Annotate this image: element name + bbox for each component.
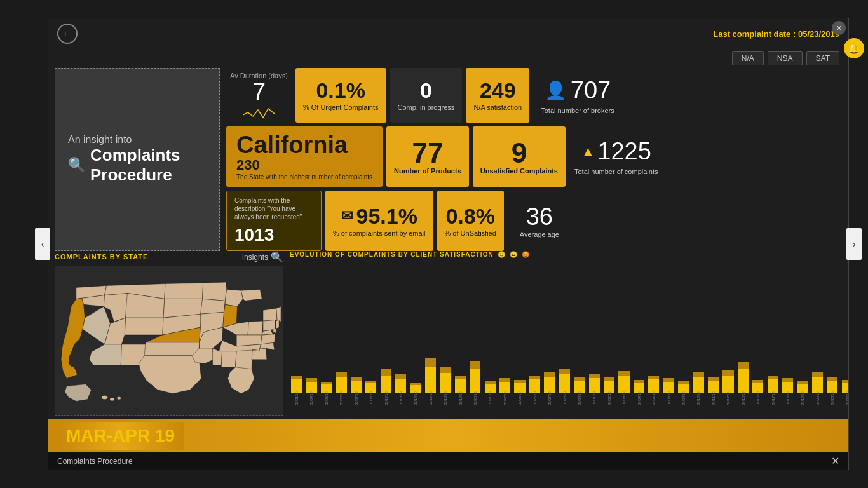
kpi-brokers: 👤 707 Total number of brokers	[533, 68, 622, 123]
bar-group: 03/28/19	[558, 261, 571, 403]
email-label: % of complaints sent by email	[333, 229, 426, 237]
bar-chart: 03/01/1903/04/1903/05/1903/06/1903/07/19…	[290, 261, 848, 416]
bar-group: 03/18/19	[438, 261, 452, 403]
chart-title-text: EVOLUTION OF COMPLAINTS BY CLIENT SATISF…	[290, 251, 494, 258]
desc-value: 1013	[234, 225, 313, 245]
urgent-value: 0.1%	[316, 79, 365, 101]
kpi-unsat-pct: 0.8% % of UnSatisfied	[437, 191, 504, 251]
kpi-comp-progress: 0 Comp. in progress	[390, 68, 463, 123]
tc-icon: ▲	[581, 144, 595, 160]
bar-group: 03/05/19	[320, 261, 333, 403]
last-complaint-label: Last complaint date :	[713, 29, 796, 39]
bar-group: 03/22/19	[498, 261, 512, 403]
svg-marker-39	[263, 308, 277, 321]
bar-group: 03/19/19	[454, 261, 467, 403]
bar-group: 04/09/19	[677, 261, 690, 403]
bar-group: 04/05/19	[647, 261, 660, 403]
emoji-angry: 😡	[522, 251, 530, 258]
outer-wrapper: ‹ › 🔔 ✕ ← Last complaint date : 05/23/20…	[0, 0, 868, 488]
filter-sat[interactable]: SAT	[806, 51, 839, 65]
insights-label: Insights	[242, 253, 268, 262]
filter-nsa[interactable]: NSA	[768, 51, 803, 65]
last-complaint-info: Last complaint date : 05/23/2019	[713, 29, 839, 39]
broker-value: 707	[571, 77, 611, 104]
svg-marker-8	[125, 318, 163, 335]
complaints-by-state-label: COMPLAINTS BY STATE	[55, 253, 148, 261]
insights-button[interactable]: Insights 🔍	[242, 251, 283, 263]
modal-content: An insight into 🔍 Complaints Procedure A…	[48, 68, 848, 419]
bar-group: 03/27/19	[543, 261, 556, 403]
broker-label: Total number of brokers	[541, 107, 614, 114]
modal-topbar: ← Last complaint date : 05/23/2019	[48, 18, 848, 49]
bar-group: 04/17/19	[766, 261, 780, 403]
kpi-av-duration: Av Duration (days) 7	[226, 68, 292, 123]
svg-marker-42	[276, 320, 279, 329]
bar-group: 04/01/19	[587, 261, 600, 403]
kpi-area: Av Duration (days) 7 0.1% % Of Urgent Co…	[226, 68, 842, 251]
footer-title: Complaints Procedure	[57, 457, 133, 466]
bar-group: 04/19/19	[796, 261, 809, 403]
kpi-products: 77 Number of Products	[386, 126, 469, 187]
bar-group: 04/08/19	[662, 261, 675, 403]
bar-group: 03/21/19	[483, 261, 496, 403]
usa-map[interactable]	[55, 266, 283, 416]
bar-group: 04/24/19	[841, 261, 848, 403]
insights-icon: 🔍	[271, 251, 283, 263]
title-text: Complaints Procedure	[90, 146, 207, 185]
svg-marker-25	[241, 289, 262, 301]
desc-text: Complaints with the description "You hav…	[234, 196, 313, 221]
california-count: 230	[236, 157, 260, 173]
kpi-california: California 230 The State with the highes…	[226, 126, 383, 187]
bar-group: 03/29/19	[573, 261, 586, 403]
bar-group: 03/13/19	[394, 261, 407, 403]
filter-na[interactable]: N/A	[732, 51, 764, 65]
bar-group: 04/22/19	[811, 261, 824, 403]
bar-group: 03/15/19	[424, 261, 437, 403]
bar-group: 04/11/19	[707, 261, 720, 403]
period-label: MAR-APR 19	[57, 422, 184, 450]
bar-group: 03/07/19	[349, 261, 363, 403]
unsat-pct-label: % of UnSatisfied	[445, 229, 496, 237]
bar-group: 03/12/19	[379, 261, 393, 403]
nav-arrow-left[interactable]: ‹	[35, 228, 50, 260]
svg-marker-36	[261, 334, 275, 344]
bar-group: 04/12/19	[721, 261, 735, 403]
back-button[interactable]: ←	[57, 24, 78, 44]
unsatisfied-value: 9	[512, 139, 527, 167]
main-title: 🔍 Complaints Procedure	[68, 146, 207, 185]
avg-age-label: Average age	[520, 231, 559, 238]
notification-bell[interactable]: 🔔	[844, 38, 864, 58]
bar-group: 04/02/19	[602, 261, 616, 403]
chart-label: EVOLUTION OF COMPLAINTS BY CLIENT SATISF…	[290, 251, 848, 258]
avg-age-value: 36	[526, 203, 553, 231]
svg-marker-12	[165, 283, 203, 299]
bar-group: 03/26/19	[528, 261, 541, 403]
search-icon: 🔍	[68, 157, 85, 173]
bar-group: 04/03/19	[617, 261, 630, 403]
california-name: California	[236, 133, 348, 157]
email-icon: ✉	[341, 209, 353, 223]
bar-group: 04/18/19	[781, 261, 794, 403]
bottom-bar: MAR-APR 19	[48, 419, 848, 452]
footer-close-button[interactable]: ✕	[831, 455, 839, 467]
email-pct: 95.1%	[356, 205, 417, 227]
kpi-unsatisfied: 9 Unsatisfied Complaints	[473, 126, 566, 187]
bar-group: 03/20/19	[468, 261, 482, 403]
kpi-desc-box: Complaints with the description "You hav…	[226, 191, 322, 251]
unsat-pct-value: 0.8%	[445, 205, 495, 227]
modal: ✕ ← Last complaint date : 05/23/2019 N/A…	[48, 18, 849, 470]
av-duration-value: 7	[252, 79, 266, 104]
na-sat-value: 249	[480, 79, 516, 101]
main-body: COMPLAINTS BY STATE Insights 🔍	[55, 251, 842, 416]
chart-panel: EVOLUTION OF COMPLAINTS BY CLIENT SATISF…	[290, 251, 848, 416]
bar-group: 04/16/19	[751, 261, 764, 403]
modal-footer: Complaints Procedure ✕	[48, 452, 848, 470]
emoji-neutral: 😐	[510, 251, 518, 258]
left-panel: COMPLAINTS BY STATE Insights 🔍	[55, 251, 283, 416]
kpi-bottom-row: Complaints with the description "You hav…	[226, 191, 842, 251]
nav-arrow-right[interactable]: ›	[846, 228, 862, 260]
bar-group: 04/04/19	[632, 261, 646, 403]
tc-label: Total number of complaints	[574, 168, 658, 175]
usa-map-svg	[55, 266, 283, 415]
modal-x-close[interactable]: ✕	[832, 21, 846, 35]
